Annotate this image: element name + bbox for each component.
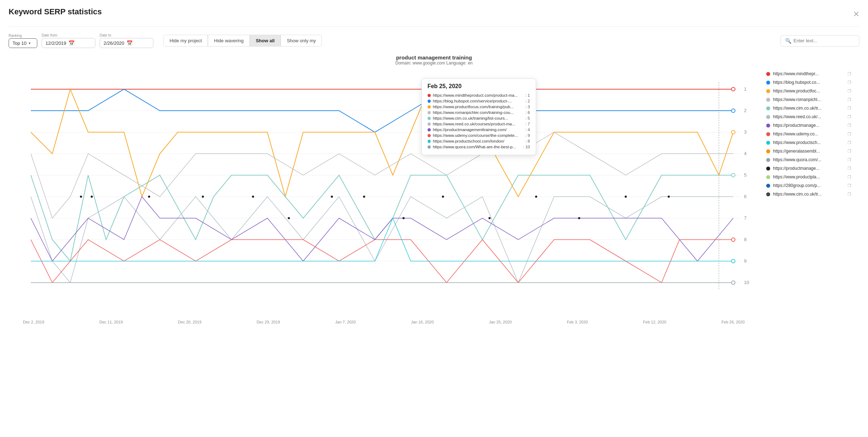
- external-link-icon[interactable]: ❐: [848, 175, 851, 179]
- tooltip-dot: [428, 100, 431, 103]
- tooltip-dot: [428, 128, 431, 131]
- tooltip-row: https://www.reed.co.uk/courses/product-m…: [428, 122, 530, 126]
- x-label-8: Feb 3, 2020: [567, 320, 588, 324]
- legend-dot: [766, 115, 770, 119]
- external-link-icon[interactable]: ❐: [848, 97, 851, 102]
- external-link-icon[interactable]: ❐: [848, 72, 851, 76]
- tooltip-dot: [428, 134, 431, 137]
- tooltip-row: https://www.udemy.com/course/the-complet…: [428, 133, 530, 138]
- date-to-input[interactable]: 2/26/2020 📅: [100, 38, 153, 48]
- legend-dot: [766, 124, 770, 128]
- legend-item[interactable]: https://www.reed.co.uk/... ❐: [766, 114, 859, 119]
- tooltip-url: https://www.mindtheproduct.com/product-m…: [433, 93, 523, 97]
- legend-item[interactable]: https://www.productfoc... ❐: [766, 88, 859, 93]
- legend-url-text: https://www.cim.co.uk/tr...: [773, 192, 845, 197]
- chart-sub-title: Domain: www.google.com Language: en: [9, 61, 859, 66]
- chart-area: .grid-line { stroke: #eee; stroke-width:…: [9, 68, 859, 324]
- legend-item[interactable]: https://www.productpla... ❐: [766, 174, 859, 179]
- tooltip-row: https://www.productschool.com/london/ : …: [428, 139, 530, 143]
- legend-item[interactable]: https://www.romanpichl... ❐: [766, 97, 859, 102]
- hide-my-project-button[interactable]: Hide my project: [163, 35, 208, 47]
- external-link-icon[interactable]: ❐: [848, 106, 851, 111]
- tooltip-row: https://www.productfocus.com/training/pu…: [428, 105, 530, 109]
- legend-item[interactable]: https://www.cim.co.uk/tr... ❐: [766, 192, 859, 197]
- external-link-icon[interactable]: ❐: [848, 166, 851, 171]
- svg-text:5: 5: [744, 172, 747, 178]
- external-link-icon[interactable]: ❐: [848, 192, 851, 197]
- x-label-6: Jan 16, 2020: [411, 320, 434, 324]
- external-link-icon[interactable]: ❐: [848, 89, 851, 93]
- external-link-icon[interactable]: ❐: [848, 158, 851, 162]
- x-label-1: Dec 2, 2019: [23, 320, 44, 324]
- date-to-value: 2/26/2020: [104, 40, 124, 46]
- legend-item[interactable]: https://blog.hubspot.co... ❐: [766, 80, 859, 85]
- svg-point-40: [731, 259, 735, 263]
- external-link-icon[interactable]: ❐: [848, 80, 851, 85]
- legend-dot: [766, 72, 770, 76]
- tooltip-row: https://www.quora.com/What-are-the-best-…: [428, 145, 530, 149]
- x-label-10: Feb 26, 2020: [721, 320, 745, 324]
- tooltip-url: https://www.cim.co.uk/training/list-cour…: [433, 116, 523, 120]
- external-link-icon[interactable]: ❐: [848, 132, 851, 136]
- legend-dot: [766, 158, 770, 162]
- search-box[interactable]: 🔍: [781, 35, 859, 47]
- chart-tooltip: Feb 25, 2020 https://www.mindtheproduct.…: [421, 78, 536, 155]
- date-from-input[interactable]: 12/2/2019 📅: [42, 38, 95, 48]
- x-label-3: Dec 20, 2019: [178, 320, 201, 324]
- external-link-icon[interactable]: ❐: [848, 183, 851, 188]
- tooltip-rank: : 10: [523, 145, 530, 149]
- legend-item[interactable]: https://www.cim.co.uk/tr... ❐: [766, 106, 859, 111]
- tooltip-rows: https://www.mindtheproduct.com/product-m…: [428, 93, 530, 149]
- legend-item[interactable]: https://www.udemy.co... ❐: [766, 131, 859, 136]
- tooltip-row: https://www.romanpichler.com/training-co…: [428, 110, 530, 115]
- legend-item[interactable]: https://280group.com/p... ❐: [766, 183, 859, 188]
- ranking-select[interactable]: Top 10 ▾: [9, 38, 37, 48]
- date-to-label: Date to: [100, 33, 153, 37]
- legend-item[interactable]: https://productmanage... ❐: [766, 166, 859, 171]
- close-button[interactable]: ✕: [853, 10, 859, 19]
- svg-point-29: [442, 196, 444, 198]
- legend-dot: [766, 81, 770, 85]
- ranking-value: Top 10: [13, 40, 27, 46]
- tooltip-url: https://www.romanpichler.com/training-co…: [433, 110, 523, 115]
- tooltip-url: https://productmanagementtraining.com/: [433, 128, 523, 132]
- svg-text:8: 8: [744, 237, 747, 242]
- legend-url-text: https://www.udemy.co...: [773, 131, 845, 136]
- tooltip-dot: [428, 94, 431, 97]
- svg-text:9: 9: [744, 258, 747, 264]
- legend-item[interactable]: https://productmanage... ❐: [766, 123, 859, 128]
- search-input[interactable]: [793, 38, 851, 43]
- legend-item[interactable]: https://www.mindthepr... ❐: [766, 71, 859, 76]
- date-from-label: Date from: [42, 33, 95, 37]
- show-all-button[interactable]: Show all: [250, 35, 281, 47]
- external-link-icon[interactable]: ❐: [848, 123, 851, 128]
- tooltip-dot: [428, 123, 431, 126]
- legend-dot: [766, 132, 770, 136]
- legend-item[interactable]: https://generalassembl... ❐: [766, 149, 859, 154]
- legend-item[interactable]: https://www.quora.com/... ❐: [766, 157, 859, 162]
- tooltip-url: https://www.productfocus.com/training/pu…: [433, 105, 523, 109]
- legend-url-text: https://www.productfoc...: [773, 88, 845, 93]
- svg-point-30: [488, 217, 491, 219]
- external-link-icon[interactable]: ❐: [848, 115, 851, 119]
- tooltip-dot: [428, 111, 431, 114]
- legend-item[interactable]: https://www.productsch... ❐: [766, 140, 859, 145]
- tooltip-row: https://www.cim.co.uk/training/list-cour…: [428, 116, 530, 120]
- tooltip-url: https://www.productschool.com/london/: [433, 139, 523, 143]
- legend-dot: [766, 192, 770, 196]
- legend-url-text: https://generalassembl...: [773, 149, 845, 154]
- legend-url-text: https://www.romanpichl...: [773, 97, 845, 102]
- date-from-field: Date from 12/2/2019 📅: [42, 33, 95, 48]
- tooltip-row: https://productmanagementtraining.com/ :…: [428, 128, 530, 132]
- external-link-icon[interactable]: ❐: [848, 149, 851, 154]
- external-link-icon[interactable]: ❐: [848, 140, 851, 145]
- tooltip-dot: [428, 105, 431, 109]
- chevron-down-icon: ▾: [29, 41, 30, 45]
- hide-wavering-button[interactable]: Hide wavering: [208, 35, 249, 47]
- tooltip-rank: : 8: [525, 139, 530, 143]
- svg-point-28: [402, 217, 405, 219]
- show-only-my-button[interactable]: Show only my: [281, 35, 322, 47]
- svg-text:4: 4: [744, 151, 747, 156]
- svg-point-31: [535, 196, 537, 198]
- legend-url-text: https://www.productsch...: [773, 140, 845, 145]
